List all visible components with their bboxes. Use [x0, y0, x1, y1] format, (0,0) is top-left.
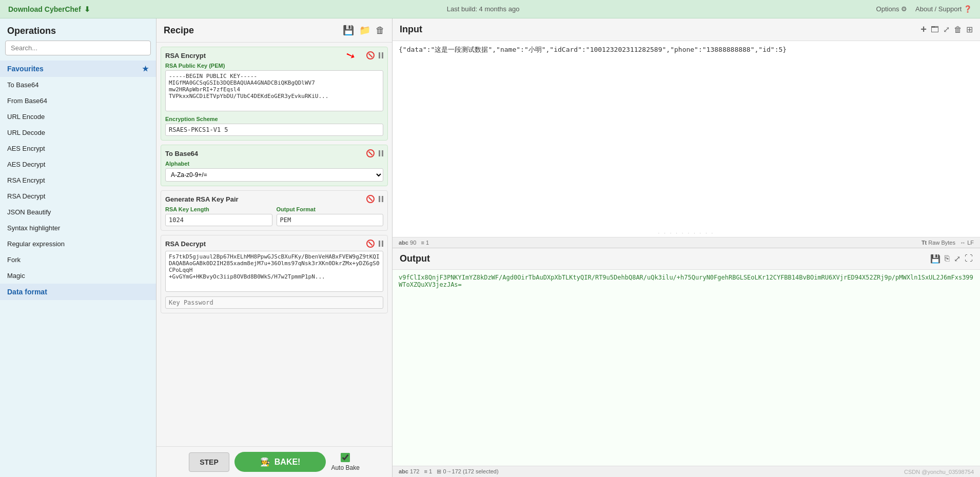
options-label[interactable]: Options ⚙ — [876, 5, 907, 13]
rsa-encrypt-title: RSA Encrypt — [165, 52, 206, 59]
rsa-decrypt-card: RSA Decrypt Fs7tkD5gjuaul2Bp67HxELhMH8Pp… — [161, 235, 388, 313]
recipe-trash-icon[interactable]: 🗑 — [376, 25, 385, 36]
favourites-section[interactable]: Favourites ★ — [0, 61, 156, 77]
generate-rsa-disable-icon[interactable] — [366, 195, 375, 203]
recipe-title: Recipe — [164, 25, 194, 36]
rsa-encrypt-controls — [366, 51, 383, 59]
rsa-key-length-input[interactable] — [165, 214, 272, 226]
topbar-right: Options ⚙ About / Support ❓ — [876, 5, 972, 13]
rsa-decrypt-pause-icon[interactable] — [379, 241, 383, 247]
output-title: Output — [400, 253, 430, 264]
output-content: v9fClIx8QnjF3PNKYImYZ8kDzWF/Agd0OirTbAuD… — [393, 270, 980, 466]
bake-button[interactable]: 🧑‍🍳 BAKE! — [234, 452, 326, 472]
recipe-save-icon[interactable]: 💾 — [343, 25, 354, 36]
sidebar-item-url-decode[interactable]: URL Decode — [0, 125, 156, 141]
sidebar-item-regular-expression[interactable]: Regular expression — [0, 236, 156, 252]
to-base64-card: To Base64 Alphabet A-Za-z0-9+/= — [161, 145, 388, 186]
sidebar-item-fork[interactable]: Fork — [0, 252, 156, 268]
sidebar-item-from-base64[interactable]: From Base64 — [0, 93, 156, 109]
input-divider: · · · · · · · · · · — [393, 229, 980, 237]
output-copy-icon[interactable]: ⎘ — [945, 254, 950, 263]
auto-bake-label: Auto Bake — [331, 464, 359, 471]
right-panel: Input + 🗔 ⤢ 🗑 ⊞ {"data":"这是一段测试数据","name… — [393, 18, 980, 477]
input-expand-icon[interactable]: ⤢ — [943, 25, 950, 34]
rsa-encrypt-pause-icon[interactable] — [379, 52, 383, 58]
output-save-icon[interactable]: 💾 — [930, 254, 940, 264]
search-input[interactable] — [5, 41, 151, 55]
rsa-encrypt-card: RSA Encrypt ➘ RSA Public Key (PEM) -----… — [161, 47, 388, 141]
about-icon: ❓ — [964, 5, 972, 13]
auto-bake-checkbox[interactable] — [341, 453, 350, 462]
topbar: Download CyberChef ⬇ Last build: 4 month… — [0, 0, 980, 18]
sidebar-item-rsa-decrypt[interactable]: RSA Decrypt — [0, 188, 156, 204]
recipe-content: RSA Encrypt ➘ RSA Public Key (PEM) -----… — [156, 43, 392, 446]
operations-title: Operations — [0, 18, 156, 41]
input-content[interactable]: {"data":"这是一段测试数据","name":"小明","idCard":… — [393, 41, 980, 229]
recipe-panel: Recipe 💾 📁 🗑 RSA Encrypt ➘ — [156, 18, 393, 477]
sidebar-item-magic[interactable]: Magic — [0, 268, 156, 284]
about-support-label[interactable]: About / Support ❓ — [915, 5, 972, 13]
sidebar-item-syntax-highlighter[interactable]: Syntax highlighter — [0, 220, 156, 236]
input-grid-icon[interactable]: ⊞ — [966, 25, 973, 34]
input-window-icon[interactable]: 🗔 — [931, 25, 939, 34]
input-raw-bytes[interactable]: Tt Raw Bytes ↔ LF — [922, 240, 974, 246]
sidebar: Operations Favourites ★ To Base64 From B… — [0, 18, 156, 477]
output-fullscreen-icon[interactable]: ⛶ — [965, 254, 973, 263]
input-icons: + 🗔 ⤢ 🗑 ⊞ — [920, 24, 973, 35]
recipe-icons: 💾 📁 🗑 — [343, 25, 385, 36]
rsa-decrypt-disable-icon[interactable] — [366, 240, 375, 248]
alphabet-select[interactable]: A-Za-z0-9+/= — [165, 168, 383, 182]
input-add-icon[interactable]: + — [920, 24, 927, 35]
bake-label: BAKE! — [275, 458, 301, 467]
generate-rsa-controls — [366, 195, 383, 203]
encryption-scheme-label: Encryption Scheme — [165, 116, 383, 122]
download-icon: ⬇ — [84, 5, 90, 13]
sidebar-item-url-encode[interactable]: URL Encode — [0, 109, 156, 125]
generate-rsa-title: Generate RSA Key Pair — [165, 195, 239, 203]
recipe-header: Recipe 💾 📁 🗑 — [156, 18, 392, 43]
rsa-decrypt-password-input[interactable] — [165, 296, 383, 309]
sidebar-item-aes-encrypt[interactable]: AES Encrypt — [0, 141, 156, 156]
rsa-key-length-label: RSA Key Length — [165, 206, 272, 212]
input-title: Input — [400, 24, 422, 35]
generate-rsa-pause-icon[interactable] — [379, 196, 383, 202]
generate-rsa-card: Generate RSA Key Pair RSA Key Length — [161, 190, 388, 231]
to-base64-controls — [366, 149, 383, 157]
encryption-scheme-input[interactable] — [165, 124, 383, 136]
favourites-star-icon: ★ — [142, 65, 149, 73]
rsa-decrypt-controls — [366, 240, 383, 248]
download-cyberchef-link[interactable]: Download CyberChef — [8, 5, 81, 13]
recipe-open-icon[interactable]: 📁 — [359, 25, 370, 36]
red-arrow-icon: ➘ — [344, 48, 357, 64]
output-format-input[interactable] — [277, 214, 384, 226]
data-format-section[interactable]: Data format — [0, 284, 156, 300]
bake-row: STEP 🧑‍🍳 BAKE! Auto Bake — [156, 446, 392, 477]
to-base64-title: To Base64 — [165, 150, 198, 157]
output-header: Output 💾 ⎘ ⤢ ⛶ — [393, 248, 980, 270]
sidebar-item-to-base64[interactable]: To Base64 — [0, 77, 156, 93]
to-base64-pause-icon[interactable] — [379, 150, 383, 156]
step-button[interactable]: STEP — [189, 452, 229, 472]
sidebar-item-json-beautify[interactable]: JSON Beautify — [0, 204, 156, 220]
output-section: Output 💾 ⎘ ⤢ ⛶ v9fClIx8QnjF3PNKYImYZ8kDz… — [393, 248, 980, 478]
output-expand-icon[interactable]: ⤢ — [954, 254, 961, 264]
output-format-label: Output Format — [277, 206, 384, 212]
to-base64-disable-icon[interactable] — [366, 149, 375, 157]
rsa-decrypt-cipher-input[interactable]: Fs7tkD5gjuaul2Bp67HxELhMH8PpwGJScBXuFKy/… — [165, 251, 383, 292]
bake-icon: 🧑‍🍳 — [260, 457, 270, 467]
build-info: Last build: 4 months ago — [447, 5, 520, 13]
input-chars: abc 90 ≡ 1 — [399, 240, 429, 246]
rsa-public-key-input[interactable]: -----BEGIN PUBLIC KEY----- MIGfMA0GCSqGS… — [165, 70, 383, 111]
rsa-encrypt-disable-icon[interactable] — [366, 51, 375, 59]
topbar-left: Download CyberChef ⬇ — [8, 5, 90, 13]
input-section: Input + 🗔 ⤢ 🗑 ⊞ {"data":"这是一段测试数据","name… — [393, 18, 980, 248]
output-icons: 💾 ⎘ ⤢ ⛶ — [930, 254, 973, 264]
input-trash-icon[interactable]: 🗑 — [954, 25, 962, 34]
auto-bake-container: Auto Bake — [331, 453, 359, 471]
sidebar-item-aes-decrypt[interactable]: AES Decrypt — [0, 156, 156, 172]
input-statusbar: abc 90 ≡ 1 Tt Raw Bytes ↔ LF — [393, 237, 980, 248]
sidebar-item-rsa-encrypt[interactable]: RSA Encrypt — [0, 172, 156, 188]
input-header: Input + 🗔 ⤢ 🗑 ⊞ — [393, 18, 980, 41]
rsa-decrypt-title: RSA Decrypt — [165, 240, 206, 248]
alphabet-label: Alphabet — [165, 161, 383, 167]
